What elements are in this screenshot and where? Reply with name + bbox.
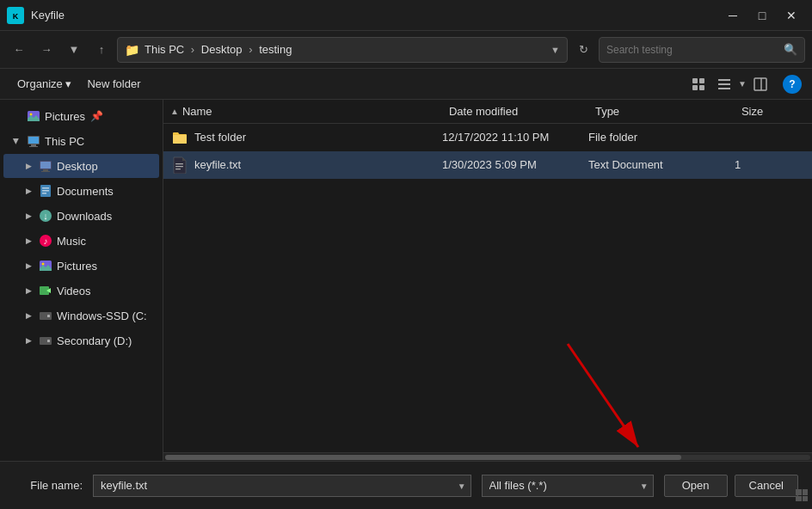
expand-arrow-downloads: ▶: [22, 210, 34, 222]
address-folder-icon: 📁: [125, 43, 139, 57]
sidebar-item-label-windows-ssd: Windows-SSD (C:: [57, 310, 147, 322]
svg-rect-14: [28, 137, 39, 144]
scrollbar-track: [165, 455, 810, 460]
file-list: Test folder 12/17/2022 11:10 PM File fol…: [163, 124, 812, 452]
downloads-icon: ↓: [38, 208, 53, 224]
sidebar-item-downloads[interactable]: ▶ ↓ Downloads: [3, 204, 159, 228]
view-list-button[interactable]: [712, 72, 736, 96]
address-chevron-icon: ▼: [551, 45, 560, 55]
column-modified[interactable]: Date modified: [449, 105, 595, 118]
bottom-row: File name: ▼ ▼ Open Cancel: [14, 475, 798, 497]
preview-pane-button[interactable]: [748, 72, 772, 96]
file-name-label: File name:: [14, 479, 83, 492]
windows-icon: [795, 488, 809, 506]
new-folder-button[interactable]: New folder: [80, 73, 147, 95]
svg-rect-16: [29, 146, 38, 147]
organize-button[interactable]: Organize ▾: [10, 73, 78, 95]
svg-text:♪: ♪: [44, 236, 48, 246]
sidebar-item-desktop[interactable]: ▶ Desktop: [3, 154, 159, 178]
expand-arrow-secondary: ▶: [22, 334, 34, 346]
scrollbar-thumb: [165, 455, 681, 460]
sidebar-item-pictures-pinned[interactable]: Pictures 📌: [3, 104, 159, 128]
cancel-button[interactable]: Cancel: [735, 475, 798, 497]
svg-rect-7: [718, 83, 730, 85]
sidebar-item-label-this-pc: This PC: [45, 135, 84, 148]
svg-rect-39: [175, 169, 181, 169]
sidebar-item-label-secondary: Secondary (D:): [57, 334, 132, 347]
file-name-test-folder: Test folder: [194, 131, 442, 144]
sidebar: Pictures 📌 ▶ This PC ▶: [0, 100, 163, 461]
open-button[interactable]: Open: [664, 475, 728, 497]
svg-rect-9: [754, 78, 766, 90]
sidebar-item-label-downloads: Downloads: [57, 210, 112, 223]
minimize-button[interactable]: ─: [719, 5, 747, 26]
file-type-wrap: ▼: [482, 475, 654, 497]
file-date-test-folder: 12/17/2022 11:10 PM: [442, 131, 588, 144]
refresh-button[interactable]: ↻: [571, 38, 595, 62]
help-button[interactable]: ?: [783, 75, 802, 94]
svg-rect-38: [175, 166, 183, 167]
svg-rect-15: [31, 144, 36, 146]
svg-rect-36: [47, 340, 50, 342]
file-type-test-folder: File folder: [588, 131, 735, 144]
horizontal-scrollbar[interactable]: [163, 452, 812, 461]
sidebar-item-this-pc[interactable]: ▶ This PC: [3, 129, 159, 153]
dropdown-button[interactable]: ▼: [62, 38, 86, 62]
sidebar-item-label-videos: Videos: [57, 285, 91, 297]
file-pane: ▲ Name Date modified Type Size Test fol: [163, 100, 812, 461]
title-bar: K Keyfile ─ □ ✕: [0, 0, 812, 31]
search-box[interactable]: 🔍: [599, 37, 805, 63]
svg-rect-5: [699, 85, 704, 90]
sidebar-item-label-pictures-pinned: Pictures: [45, 110, 85, 123]
svg-rect-20: [41, 171, 50, 172]
back-button[interactable]: ←: [7, 38, 31, 62]
table-row[interactable]: keyfile.txt 1/30/2023 5:09 PM Text Docum…: [163, 151, 812, 179]
expand-arrow-videos: ▶: [22, 285, 34, 297]
column-type[interactable]: Type: [595, 105, 741, 118]
close-button[interactable]: ✕: [778, 5, 805, 26]
svg-rect-8: [718, 88, 730, 89]
column-name[interactable]: Name: [182, 105, 449, 118]
sidebar-item-music[interactable]: ▶ ♪ Music: [3, 229, 159, 253]
sort-arrow-icon: ▲: [170, 107, 179, 116]
svg-rect-37: [175, 163, 183, 164]
expand-arrow-pictures-pc: ▶: [22, 260, 34, 272]
svg-rect-4: [692, 85, 698, 90]
forward-button[interactable]: →: [34, 38, 58, 62]
sidebar-item-windows-ssd[interactable]: ▶ Windows-SSD (C:: [3, 304, 159, 328]
expand-arrow-this-pc: ▶: [10, 135, 22, 147]
sidebar-item-videos[interactable]: ▶ Videos: [3, 279, 159, 303]
sidebar-item-label-documents: Documents: [57, 185, 114, 198]
view-dropdown-icon: ▼: [738, 79, 747, 89]
app-icon: K: [7, 7, 24, 24]
desktop-icon: [38, 158, 53, 174]
file-date-keyfile: 1/30/2023 5:09 PM: [442, 158, 588, 171]
svg-rect-3: [699, 78, 704, 83]
column-size[interactable]: Size: [741, 105, 763, 118]
up-button[interactable]: ↑: [89, 38, 114, 62]
sidebar-item-documents[interactable]: ▶ Documents: [3, 179, 159, 203]
svg-text:↓: ↓: [43, 211, 48, 221]
nav-bar: ← → ▼ ↑ 📁 This PC › Desktop › testing ▼ …: [0, 31, 812, 69]
pictures-pc-icon: [38, 258, 53, 273]
window-controls: ─ □ ✕: [719, 5, 805, 26]
table-row[interactable]: Test folder 12/17/2022 11:10 PM File fol…: [163, 124, 812, 151]
toolbar: Organize ▾ New folder ▼: [0, 69, 812, 100]
search-input[interactable]: [606, 44, 778, 56]
svg-rect-44: [796, 496, 802, 501]
file-name-input[interactable]: [93, 475, 471, 497]
windows-ssd-icon: [38, 308, 53, 323]
address-part-desktop: Desktop: [201, 43, 243, 56]
file-type-input[interactable]: [482, 475, 654, 497]
sidebar-item-secondary[interactable]: ▶ Secondary (D:): [3, 328, 159, 353]
expand-arrow-desktop: ▶: [22, 160, 34, 172]
this-pc-icon: [26, 133, 41, 149]
address-separator-2: ›: [249, 43, 252, 56]
address-bar[interactable]: 📁 This PC › Desktop › testing ▼: [117, 37, 568, 63]
sidebar-item-pictures-pc[interactable]: ▶ Pictures: [3, 254, 159, 278]
svg-rect-6: [718, 79, 730, 81]
view-toggle-button[interactable]: [686, 72, 710, 96]
maximize-button[interactable]: □: [748, 5, 776, 26]
svg-rect-45: [803, 496, 808, 501]
pictures-pinned-icon: [26, 108, 41, 124]
